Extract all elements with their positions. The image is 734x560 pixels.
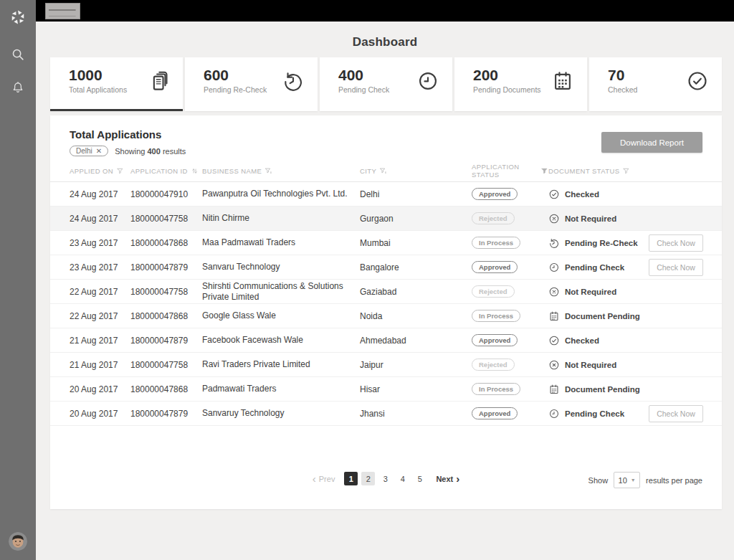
cell-application-id: 180000047758 [130,287,202,297]
avatar-photo [9,532,27,551]
document-status-label: Pending Check [565,263,624,272]
check-now-button[interactable]: Check Now [649,405,703,422]
document-status-label: Checked [565,336,599,345]
column-header-document-status[interactable]: DOCUMENT STATUS [548,167,649,175]
stat-card-pending-re-check[interactable]: 600 Pending Re-Check [185,57,318,111]
stat-card-pending-check[interactable]: 400 Pending Check [320,57,452,111]
column-header-application-id[interactable]: APPLICATION ID [130,167,202,175]
stat-card-total-applications[interactable]: 1000 Total Applications [50,57,183,111]
page-title: Dashboard [36,22,734,49]
cell-application-id: 180000047879 [130,262,202,272]
page-size-control: Show 10 ▼ results per page [588,472,702,488]
table-row[interactable]: 24 Aug 2017 180000047910 Pawanputra Oil … [50,182,722,207]
cell-application-status: Approved [472,407,548,419]
cell-application-status: Approved [472,188,548,200]
check-now-button[interactable]: Check Now [649,259,703,276]
table-row[interactable]: 21 Aug 2017 180000047879 Facebook Facewa… [50,328,722,353]
check-now-button[interactable]: Check Now [649,234,703,252]
pagination-page-5[interactable]: 5 [413,472,426,485]
clock-icon [548,408,560,419]
pagination-page-2[interactable]: 2 [361,472,375,485]
pagination-prev-button[interactable]: Prev [313,473,335,484]
cell-city: Bangalore [360,262,472,272]
column-header-applied-on[interactable]: APPLIED ON [70,167,130,175]
stat-cards-row: 1000 Total Applications 600 Pending Re-C… [50,57,722,111]
cell-action: Check Now [649,405,703,422]
status-badge: In Process [472,237,520,249]
cell-document-status: Checked [548,335,649,346]
cell-city: Jhansi [360,409,472,419]
cell-business-name: Pawanputra Oil Technologies Pvt. Ltd. [202,189,360,199]
cell-city: Delhi [360,189,472,199]
cell-document-status: Document Pending [548,310,649,322]
filter-marked-icon[interactable] [264,167,272,175]
cell-application-status: In Process [472,383,548,395]
cell-application-id: 180000047758 [130,214,202,224]
pagination-pages: 12345 [344,472,426,485]
aperture-logo-icon [9,8,27,27]
cell-applied-on: 23 Aug 2017 [70,262,130,272]
clock-icon [416,70,439,92]
applications-table-card: Total Applications Delhi ✕ Showing 400 r… [50,115,722,509]
cell-document-status: Document Pending [548,384,649,395]
pagination-next-button[interactable]: Next [436,473,459,484]
cell-application-id: 180000047879 [130,336,202,346]
table-header: Total Applications Delhi ✕ Showing 400 r… [50,115,722,156]
filter-chip-delhi[interactable]: Delhi ✕ [70,146,108,156]
history-icon [282,70,305,92]
cell-business-name: Maa Padmawati Traders [202,237,360,248]
cell-applied-on: 24 Aug 2017 [70,189,130,199]
page-size-select[interactable]: 10 ▼ [614,472,640,488]
cell-application-id: 180000047868 [130,238,202,248]
cell-document-status: Pending Check [548,408,649,419]
cell-city: Noida [360,311,472,321]
column-header-business-name[interactable]: BUSINESS NAME [202,167,360,175]
download-report-button[interactable]: Download Report [601,132,702,153]
sort-icon[interactable] [191,167,199,175]
cell-action: Check Now [649,234,703,252]
cell-applied-on: 21 Aug 2017 [70,360,130,370]
table-row[interactable]: 23 Aug 2017 180000047879 Sanvaru Technol… [50,255,722,280]
column-header-application-status[interactable]: APPLICATION STATUS [472,163,548,179]
stat-card-checked[interactable]: 70 Checked [589,57,722,111]
cell-action: Check Now [649,259,703,276]
table-row[interactable]: 23 Aug 2017 180000047868 Maa Padmawati T… [50,231,722,255]
cell-application-status: In Process [472,310,548,322]
table-row[interactable]: 22 Aug 2017 180000047868 Google Glass Wa… [50,304,722,328]
cell-business-name: Nitin Chirme [202,213,360,224]
filter-marked-icon[interactable] [379,167,387,175]
user-avatar[interactable] [9,532,27,551]
filter-icon[interactable] [622,167,630,175]
pagination-page-3[interactable]: 3 [378,472,392,485]
cell-application-id: 180000047758 [130,360,202,370]
filter-filled-icon[interactable] [540,167,548,175]
table-title: Total Applications [70,128,601,141]
cell-applied-on: 21 Aug 2017 [70,336,130,346]
status-badge: Approved [472,188,518,200]
notifications-bell-icon[interactable] [9,78,27,97]
app-logo-icon[interactable] [9,8,27,27]
stat-card-pending-documents[interactable]: 200 Pending Documents [454,57,587,111]
table-row[interactable]: 20 Aug 2017 180000047868 Padmawati Trade… [50,377,722,402]
pagination-page-1[interactable]: 1 [344,472,358,485]
column-header-city[interactable]: CITY [360,167,472,175]
pagination-page-4[interactable]: 4 [396,472,409,485]
clock-icon [548,262,560,273]
status-badge: In Process [472,310,520,322]
cell-city: Ahmedabad [360,336,472,346]
document-status-label: Not Required [565,361,616,369]
search-icon[interactable] [9,45,27,64]
x-circle-icon [548,213,560,224]
filter-icon[interactable] [116,167,124,175]
status-badge: Rejected [472,285,515,298]
table-row[interactable]: 21 Aug 2017 180000047758 Ravi Traders Pr… [50,353,722,377]
table-row[interactable]: 20 Aug 2017 180000047879 Sanvaruy Techno… [50,402,722,426]
table-row[interactable]: 22 Aug 2017 180000047758 Shirshti Commun… [50,280,722,304]
chip-close-icon[interactable]: ✕ [96,147,102,155]
chevron-down-icon: ▼ [631,478,636,483]
table-row[interactable]: 24 Aug 2017 180000047758 Nitin Chirme Gu… [50,207,722,231]
cell-business-name: Sanvaru Technology [202,262,360,272]
cell-applied-on: 22 Aug 2017 [70,287,130,297]
calendar-icon [548,310,560,322]
cell-business-name: Shirshti Communications & Solutions Priv… [202,281,360,303]
